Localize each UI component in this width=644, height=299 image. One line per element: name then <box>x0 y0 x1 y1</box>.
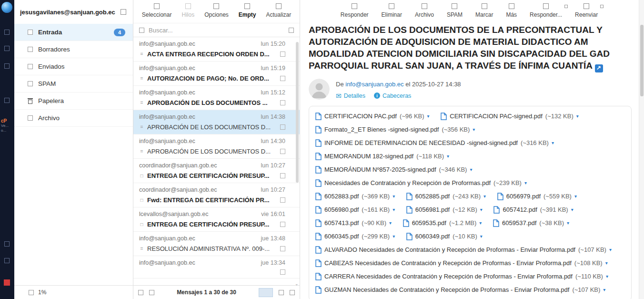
dropdown-icon[interactable] <box>600 5 604 8</box>
folder-item[interactable]: Enviados <box>14 58 133 75</box>
toolbar-button[interactable]: Responder <box>341 3 369 18</box>
attachment-item[interactable]: INFORME DE DETERMINACION DE NECESIDAD -s… <box>315 136 554 150</box>
attachment-menu-icon[interactable] <box>567 217 569 230</box>
attachment-menu-icon[interactable] <box>427 110 430 123</box>
attachment-menu-icon[interactable] <box>392 190 395 203</box>
attachment-menu-icon[interactable] <box>480 230 483 243</box>
attachment-menu-icon[interactable] <box>447 150 449 163</box>
folder-item[interactable]: Entrada 4 <box>14 24 133 41</box>
folder-item[interactable]: SPAM <box>14 75 133 93</box>
toolbar-button[interactable]: Seleccionar <box>142 3 172 18</box>
webmail-logo-icon[interactable] <box>1 2 12 13</box>
toolbar-button[interactable]: Hilos <box>181 3 194 18</box>
attachment-item[interactable]: 6057413.pdf (~90 KB) <box>315 217 392 230</box>
attachment-item[interactable]: 6056981.pdf (~12 KB) <box>406 203 483 217</box>
search-input[interactable] <box>149 27 284 34</box>
toolbar-button[interactable]: Actualizar <box>266 3 292 18</box>
message-checkbox[interactable] <box>280 100 285 105</box>
scrollbar-thumb[interactable] <box>640 25 644 96</box>
attachment-item[interactable]: 6059535.pdf (~1.2 MB) <box>403 217 482 230</box>
next-page-icon[interactable] <box>279 290 284 295</box>
message-checkbox[interactable] <box>280 124 285 130</box>
attachment-menu-icon[interactable] <box>470 163 472 176</box>
headers-toggle[interactable]: Cabeceras <box>374 93 411 99</box>
message-row[interactable]: info@sanjuan.gob.ec jue 13:48 = RESOLUCI… <box>133 232 300 256</box>
attachment-menu-icon[interactable] <box>552 136 554 150</box>
rail-icon[interactable] <box>4 30 10 35</box>
toolbar-button[interactable]: Más <box>506 3 517 18</box>
rail-icon[interactable] <box>4 258 10 263</box>
message-row[interactable]: info@sanjuan.gob.ec lun 14:38 = APROBACI… <box>133 110 300 134</box>
search-icon[interactable] <box>139 28 144 33</box>
message-row[interactable]: lcevallos@sanjuan.gob.ec vie 16:01 □ ENT… <box>133 207 300 232</box>
rail-icon[interactable] <box>4 63 10 69</box>
message-checkbox[interactable] <box>280 197 285 203</box>
attachment-menu-icon[interactable] <box>392 203 395 217</box>
message-checkbox[interactable] <box>280 173 285 178</box>
attachment-menu-icon[interactable] <box>606 270 608 283</box>
folder-item[interactable]: Borradores <box>14 41 133 58</box>
logout-icon[interactable] <box>4 279 10 286</box>
attachment-menu-icon[interactable] <box>605 257 608 270</box>
attachment-menu-icon[interactable] <box>480 203 483 217</box>
page-input[interactable] <box>259 288 273 297</box>
attachment-item[interactable]: Necesidades de Contratación y Recepción … <box>315 176 527 190</box>
attachment-item[interactable]: 6059537.pdf (~38 KB) <box>493 217 569 230</box>
attachment-item[interactable]: CERTIFICACION PAC-signed.pdf (~132 KB) <box>441 110 579 123</box>
attachment-item[interactable]: Formato_2_ET Bienes -signed-signed.pdf (… <box>315 123 475 136</box>
toolbar-button[interactable]: Marcar <box>475 3 493 18</box>
last-page-icon[interactable] <box>290 290 295 295</box>
select-all-icon[interactable] <box>138 290 143 295</box>
toolbar-button[interactable]: Archivo <box>415 3 434 18</box>
message-row[interactable]: coordinador@sanjuan.gob.ec lun 10:27 □ E… <box>133 159 300 183</box>
message-row[interactable]: info@sanjuan.gob.ec lun 15:20 = ACTA ENT… <box>133 37 300 62</box>
attachment-menu-icon[interactable] <box>473 123 475 136</box>
rail-icon[interactable] <box>4 241 10 247</box>
attachment-item[interactable]: MEMORANDUM 182-signed.pdf (~118 KB) <box>315 150 449 163</box>
compose-icon[interactable] <box>121 9 126 15</box>
message-row[interactable]: info@sanjuan.gob.ec lun 15:19 = AUTORIZA… <box>133 62 300 86</box>
attachment-menu-icon[interactable] <box>524 176 527 190</box>
message-checkbox[interactable] <box>280 149 285 154</box>
message-checkbox[interactable] <box>280 76 285 81</box>
attachment-item[interactable]: 6056979.pdf (~559 KB) <box>497 190 577 203</box>
attachment-item[interactable]: 6056980.pdf (~161 KB) <box>315 203 395 217</box>
attachment-item[interactable]: 6060349.pdf (~10 KB) <box>406 230 483 243</box>
rail-icon[interactable] <box>4 46 10 51</box>
attachment-menu-icon[interactable] <box>576 110 579 123</box>
toolbar-button[interactable]: Empty <box>239 3 256 18</box>
account-email[interactable]: jesusgavilanes@sanjuan.gob.ec <box>20 9 117 16</box>
search-options-icon[interactable] <box>289 28 294 33</box>
message-checkbox[interactable] <box>280 222 285 227</box>
attachment-menu-icon[interactable] <box>574 190 577 203</box>
attachment-menu-icon[interactable] <box>571 203 574 217</box>
attachment-item[interactable]: GUZMAN Necesidades de Contratación y Rec… <box>315 283 605 297</box>
attachment-item[interactable]: CABEZAS Necesidades de Contratación y Re… <box>315 257 608 270</box>
attachment-menu-icon[interactable] <box>392 230 395 243</box>
attachment-menu-icon[interactable] <box>483 190 486 203</box>
folder-item[interactable]: Papelera <box>14 93 133 110</box>
message-row[interactable]: info@sanjuan.gob.ec jue 13:34 <box>133 256 300 278</box>
attachment-item[interactable]: 6052883.pdf (~369 KB) <box>315 190 395 203</box>
attachment-item[interactable]: 6057412.pdf (~391 KB) <box>493 203 573 217</box>
attachment-menu-icon[interactable] <box>389 217 392 230</box>
folder-item[interactable]: Archivo <box>14 110 133 127</box>
toolbar-button[interactable]: SPAM <box>447 3 463 18</box>
attachment-item[interactable]: 6060345.pdf (~299 KB) <box>315 230 395 243</box>
sender-email-link[interactable]: info@sanjuan.gob.ec <box>345 81 403 88</box>
toolbar-button[interactable]: Responder... <box>530 3 562 18</box>
toolbar-button[interactable]: Eliminar <box>382 3 402 18</box>
message-checkbox[interactable] <box>280 269 285 275</box>
message-row[interactable]: info@sanjuan.gob.ec lun 15:12 = APROBACI… <box>133 86 300 110</box>
toolbar-button[interactable]: Reenviar <box>575 3 598 18</box>
attachment-item[interactable]: MEMORÁNDUM Nº857-2025-signed.pdf (~346 K… <box>315 163 472 176</box>
attachment-menu-icon[interactable] <box>609 243 612 257</box>
attachment-menu-icon[interactable] <box>603 283 605 297</box>
toolbar-button[interactable]: Opciones <box>204 3 229 18</box>
message-row[interactable]: coordinador@sanjuan.gob.ec lun 10:27 □ F… <box>133 183 300 207</box>
details-toggle[interactable]: Detalles <box>336 92 365 100</box>
scrollbar-thumb[interactable] <box>296 42 299 183</box>
message-row[interactable]: info@sanjuan.gob.ec lun 14:30 = APROBACI… <box>133 134 300 159</box>
message-checkbox[interactable] <box>280 246 285 251</box>
scroll-down-icon[interactable]: ⌄ <box>295 281 299 286</box>
